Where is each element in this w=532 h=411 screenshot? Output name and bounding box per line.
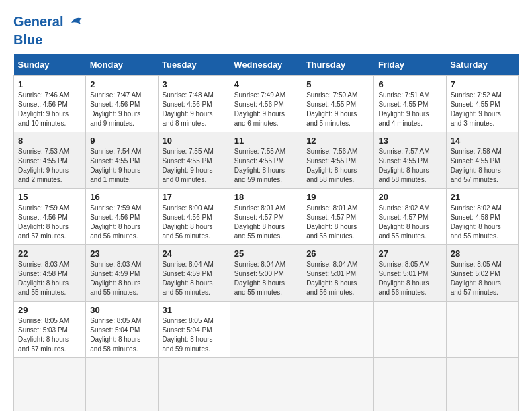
calendar-cell-25: 26Sunrise: 8:04 AM Sunset: 5:01 PM Dayli…: [302, 245, 374, 302]
day-number-10: 10: [163, 136, 226, 146]
calendar-row-5: 29Sunrise: 8:05 AM Sunset: 5:03 PM Dayli…: [14, 302, 519, 358]
day-number-18: 18: [234, 192, 298, 202]
calendar-cell-12: 13Sunrise: 7:57 AM Sunset: 4:55 PM Dayli…: [374, 132, 446, 189]
day-detail-6: Sunrise: 7:51 AM Sunset: 4:55 PM Dayligh…: [378, 91, 441, 128]
weekday-header-thursday: Thursday: [302, 54, 374, 76]
calendar-row-6: [14, 358, 519, 412]
logo: General Blue: [13, 13, 87, 48]
day-detail-19: Sunrise: 8:01 AM Sunset: 4:57 PM Dayligh…: [306, 203, 369, 241]
day-number-23: 23: [90, 248, 153, 259]
calendar-cell-9: 10Sunrise: 7:55 AM Sunset: 4:55 PM Dayli…: [158, 132, 230, 189]
calendar-cell-26: 27Sunrise: 8:05 AM Sunset: 5:01 PM Dayli…: [374, 245, 446, 302]
day-detail-23: Sunrise: 8:03 AM Sunset: 4:59 PM Dayligh…: [90, 260, 153, 298]
day-detail-15: Sunrise: 7:59 AM Sunset: 4:56 PM Dayligh…: [18, 203, 81, 241]
day-detail-28: Sunrise: 8:05 AM Sunset: 5:02 PM Dayligh…: [451, 260, 514, 298]
day-detail-24: Sunrise: 8:04 AM Sunset: 4:59 PM Dayligh…: [163, 260, 226, 298]
day-number-25: 25: [234, 248, 298, 259]
day-number-20: 20: [378, 192, 441, 202]
weekday-header-saturday: Saturday: [446, 54, 518, 76]
calendar-cell-23: 24Sunrise: 8:04 AM Sunset: 4:59 PM Dayli…: [158, 245, 230, 302]
day-number-11: 11: [234, 136, 298, 146]
calendar-cell-16: 17Sunrise: 8:00 AM Sunset: 4:56 PM Dayli…: [158, 189, 230, 245]
day-detail-3: Sunrise: 7:48 AM Sunset: 4:56 PM Dayligh…: [163, 91, 226, 128]
day-detail-11: Sunrise: 7:55 AM Sunset: 4:55 PM Dayligh…: [234, 147, 298, 185]
day-number-31: 31: [163, 305, 226, 315]
day-detail-2: Sunrise: 7:47 AM Sunset: 4:56 PM Dayligh…: [90, 91, 153, 128]
weekday-header-friday: Friday: [374, 54, 446, 76]
calendar-cell-19: 20Sunrise: 8:02 AM Sunset: 4:57 PM Dayli…: [374, 189, 446, 245]
calendar-cell-15: 16Sunrise: 7:59 AM Sunset: 4:56 PM Dayli…: [86, 189, 158, 245]
calendar-cell-22: 23Sunrise: 8:03 AM Sunset: 4:59 PM Dayli…: [86, 245, 158, 302]
day-detail-17: Sunrise: 8:00 AM Sunset: 4:56 PM Dayligh…: [163, 203, 226, 241]
calendar-cell-33: [374, 302, 446, 358]
calendar-cell-20: 21Sunrise: 8:02 AM Sunset: 4:58 PM Dayli…: [446, 189, 518, 245]
calendar-cell-3: 4Sunrise: 7:49 AM Sunset: 4:56 PM Daylig…: [230, 76, 302, 132]
day-detail-7: Sunrise: 7:52 AM Sunset: 4:55 PM Dayligh…: [451, 91, 514, 128]
day-detail-14: Sunrise: 7:58 AM Sunset: 4:55 PM Dayligh…: [451, 147, 514, 185]
calendar-cell-34: [446, 302, 518, 358]
day-detail-1: Sunrise: 7:46 AM Sunset: 4:56 PM Dayligh…: [18, 91, 81, 128]
day-number-15: 15: [18, 192, 81, 202]
day-number-13: 13: [378, 136, 441, 146]
day-detail-13: Sunrise: 7:57 AM Sunset: 4:55 PM Dayligh…: [378, 147, 441, 185]
calendar-cell-36: [86, 358, 158, 412]
day-number-30: 30: [90, 305, 153, 315]
day-detail-30: Sunrise: 8:05 AM Sunset: 5:04 PM Dayligh…: [90, 316, 153, 354]
day-number-7: 7: [451, 79, 514, 89]
logo-bird-icon: [69, 13, 87, 32]
day-number-21: 21: [451, 192, 514, 202]
calendar-cell-40: [374, 358, 446, 412]
calendar-cell-24: 25Sunrise: 8:04 AM Sunset: 5:00 PM Dayli…: [230, 245, 302, 302]
day-number-6: 6: [378, 79, 441, 89]
calendar-cell-37: [158, 358, 230, 412]
calendar-row-1: 1Sunrise: 7:46 AM Sunset: 4:56 PM Daylig…: [14, 76, 519, 132]
day-detail-21: Sunrise: 8:02 AM Sunset: 4:58 PM Dayligh…: [451, 203, 514, 241]
weekday-header-row: SundayMondayTuesdayWednesdayThursdayFrid…: [14, 54, 519, 76]
day-detail-29: Sunrise: 8:05 AM Sunset: 5:03 PM Dayligh…: [18, 316, 81, 354]
day-detail-25: Sunrise: 8:04 AM Sunset: 5:00 PM Dayligh…: [234, 260, 298, 298]
day-detail-12: Sunrise: 7:56 AM Sunset: 4:55 PM Dayligh…: [306, 147, 369, 185]
calendar-cell-18: 19Sunrise: 8:01 AM Sunset: 4:57 PM Dayli…: [302, 189, 374, 245]
weekday-header-sunday: Sunday: [14, 54, 86, 76]
day-detail-22: Sunrise: 8:03 AM Sunset: 4:58 PM Dayligh…: [18, 260, 81, 298]
day-number-12: 12: [306, 136, 369, 146]
day-number-5: 5: [306, 79, 369, 89]
calendar-cell-27: 28Sunrise: 8:05 AM Sunset: 5:02 PM Dayli…: [446, 245, 518, 302]
calendar-cell-32: [302, 302, 374, 358]
calendar-cell-35: [14, 358, 86, 412]
day-number-27: 27: [378, 248, 441, 259]
day-detail-18: Sunrise: 8:01 AM Sunset: 4:57 PM Dayligh…: [234, 203, 298, 241]
calendar-cell-14: 15Sunrise: 7:59 AM Sunset: 4:56 PM Dayli…: [14, 189, 86, 245]
calendar-cell-28: 29Sunrise: 8:05 AM Sunset: 5:03 PM Dayli…: [14, 302, 86, 358]
day-detail-16: Sunrise: 7:59 AM Sunset: 4:56 PM Dayligh…: [90, 203, 153, 241]
day-number-14: 14: [451, 136, 514, 146]
calendar-row-4: 22Sunrise: 8:03 AM Sunset: 4:58 PM Dayli…: [14, 245, 519, 302]
calendar-cell-17: 18Sunrise: 8:01 AM Sunset: 4:57 PM Dayli…: [230, 189, 302, 245]
day-number-28: 28: [451, 248, 514, 259]
calendar-cell-4: 5Sunrise: 7:50 AM Sunset: 4:55 PM Daylig…: [302, 76, 374, 132]
day-detail-31: Sunrise: 8:05 AM Sunset: 5:04 PM Dayligh…: [163, 316, 226, 354]
calendar-cell-0: 1Sunrise: 7:46 AM Sunset: 4:56 PM Daylig…: [14, 76, 86, 132]
calendar-row-3: 15Sunrise: 7:59 AM Sunset: 4:56 PM Dayli…: [14, 189, 519, 245]
calendar-cell-5: 6Sunrise: 7:51 AM Sunset: 4:55 PM Daylig…: [374, 76, 446, 132]
calendar-cell-21: 22Sunrise: 8:03 AM Sunset: 4:58 PM Dayli…: [14, 245, 86, 302]
calendar-cell-10: 11Sunrise: 7:55 AM Sunset: 4:55 PM Dayli…: [230, 132, 302, 189]
day-number-17: 17: [163, 192, 226, 202]
day-number-3: 3: [163, 79, 226, 89]
calendar-cell-31: [230, 302, 302, 358]
day-detail-5: Sunrise: 7:50 AM Sunset: 4:55 PM Dayligh…: [306, 91, 369, 128]
day-number-9: 9: [90, 136, 153, 146]
day-number-16: 16: [90, 192, 153, 202]
day-detail-4: Sunrise: 7:49 AM Sunset: 4:56 PM Dayligh…: [234, 91, 298, 128]
page-header: General Blue: [13, 13, 519, 48]
calendar-cell-7: 8Sunrise: 7:53 AM Sunset: 4:55 PM Daylig…: [14, 132, 86, 189]
calendar-table: SundayMondayTuesdayWednesdayThursdayFrid…: [13, 54, 519, 411]
weekday-header-wednesday: Wednesday: [230, 54, 302, 76]
calendar-cell-6: 7Sunrise: 7:52 AM Sunset: 4:55 PM Daylig…: [446, 76, 518, 132]
day-number-19: 19: [306, 192, 369, 202]
day-number-8: 8: [18, 136, 81, 146]
day-number-2: 2: [90, 79, 153, 89]
day-number-1: 1: [18, 79, 81, 89]
day-number-22: 22: [18, 248, 81, 259]
calendar-cell-2: 3Sunrise: 7:48 AM Sunset: 4:56 PM Daylig…: [158, 76, 230, 132]
